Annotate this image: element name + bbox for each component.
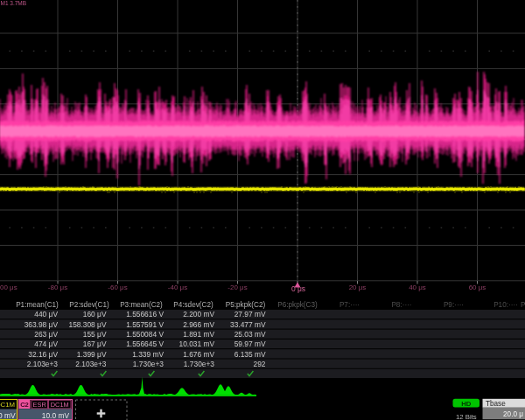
svg-text:1.556616 V: 1.556616 V (126, 310, 164, 318)
svg-text:M1 3.7MB: M1 3.7MB (1, 0, 27, 6)
svg-text:263 μV: 263 μV (34, 330, 58, 339)
svg-text:1.556645 V: 1.556645 V (126, 340, 164, 348)
svg-text:20.0 μ: 20.0 μ (503, 410, 523, 418)
svg-text:P4:sdev(C2): P4:sdev(C2) (173, 301, 214, 309)
svg-text:1.550084 V: 1.550084 V (126, 330, 164, 339)
svg-text:P1:mean(C1): P1:mean(C1) (16, 301, 59, 309)
svg-text:P8:····: P8:···· (391, 301, 411, 309)
svg-text:10.0 mV: 10.0 mV (0, 411, 16, 420)
svg-text:P3:mean(C2): P3:mean(C2) (120, 301, 163, 309)
svg-text:00 μs: 00 μs (0, 284, 18, 291)
svg-text:P10:····: P10:···· (494, 301, 518, 309)
svg-text:-20 μs: -20 μs (228, 284, 247, 291)
svg-text:32.16 μV: 32.16 μV (28, 350, 58, 359)
svg-text:40 μs: 40 μs (409, 284, 426, 291)
svg-text:6.135 mV: 6.135 mV (234, 350, 266, 359)
svg-text:DC1M: DC1M (0, 401, 15, 409)
svg-text:-40 μs: -40 μs (168, 284, 187, 291)
svg-text:DC1M: DC1M (51, 401, 69, 409)
svg-text:Tbase: Tbase (486, 400, 506, 408)
svg-text:158.308 μV: 158.308 μV (68, 320, 106, 329)
svg-text:20 μs: 20 μs (349, 284, 367, 291)
svg-text:363.98 μV: 363.98 μV (24, 320, 59, 329)
svg-text:P: P (521, 301, 525, 309)
svg-text:12 Bits: 12 Bits (456, 413, 477, 420)
svg-text:-80 μs: -80 μs (48, 284, 67, 291)
svg-text:P6:pkpk(C3): P6:pkpk(C3) (277, 301, 318, 309)
svg-text:1.399 μV: 1.399 μV (77, 350, 107, 359)
svg-text:2.103e+3: 2.103e+3 (75, 360, 107, 368)
svg-text:440 μV: 440 μV (34, 310, 58, 318)
svg-text:1.557591 V: 1.557591 V (126, 320, 164, 329)
svg-text:P7:····: P7:···· (340, 301, 360, 309)
svg-text:474 μV: 474 μV (34, 340, 58, 348)
svg-text:P2:sdev(C1): P2:sdev(C1) (69, 301, 109, 309)
svg-text:P5:pkpk(C2): P5:pkpk(C2) (226, 301, 266, 309)
svg-text:2.200 mV: 2.200 mV (183, 310, 214, 318)
svg-text:-60 μs: -60 μs (108, 284, 127, 291)
svg-text:1.730e+3: 1.730e+3 (184, 360, 215, 368)
svg-text:1.891 mV: 1.891 mV (183, 330, 214, 339)
svg-text:C2: C2 (20, 401, 29, 409)
svg-text:292: 292 (254, 360, 266, 368)
svg-text:HD: HD (461, 400, 472, 408)
svg-text:60 μs: 60 μs (469, 284, 486, 291)
svg-text:2.103e+3: 2.103e+3 (27, 360, 59, 368)
svg-text:1.339 mV: 1.339 mV (132, 350, 164, 359)
svg-text:P9:····: P9:···· (444, 301, 464, 309)
svg-text:167 μV: 167 μV (83, 340, 107, 348)
svg-text:155 μV: 155 μV (83, 330, 107, 339)
svg-text:10.031 mV: 10.031 mV (178, 340, 214, 348)
svg-text:33.477 mV: 33.477 mV (230, 320, 266, 329)
svg-text:1.676 mV: 1.676 mV (183, 350, 214, 359)
svg-text:25.03 mV: 25.03 mV (234, 330, 266, 339)
svg-text:160 μV: 160 μV (83, 310, 107, 318)
svg-text:1.730e+3: 1.730e+3 (133, 360, 164, 368)
svg-text:59.97 mV: 59.97 mV (234, 340, 266, 348)
svg-text:2.966 mV: 2.966 mV (183, 320, 214, 329)
svg-text:10.0 mV: 10.0 mV (42, 411, 70, 420)
svg-text:ESR: ESR (33, 401, 46, 409)
svg-text:27.97 mV: 27.97 mV (234, 310, 266, 318)
